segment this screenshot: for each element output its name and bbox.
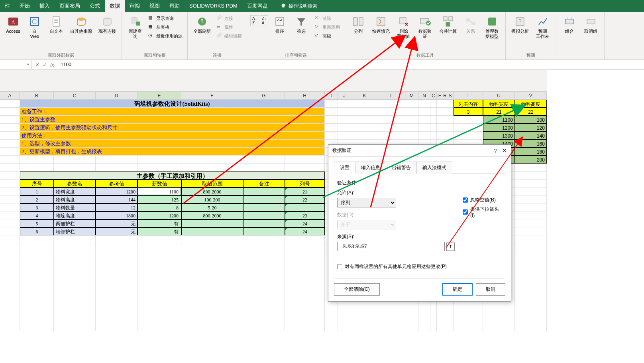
cell[interactable] — [243, 203, 285, 211]
cell[interactable] — [137, 275, 181, 283]
dropdown-enable-checkbox[interactable] — [463, 209, 468, 215]
col-header-c[interactable]: C — [54, 92, 96, 100]
cell[interactable] — [20, 275, 54, 283]
cell[interactable] — [181, 315, 243, 323]
cell[interactable] — [405, 307, 418, 315]
cell[interactable] — [181, 235, 243, 243]
col-header-f1[interactable]: F — [437, 92, 443, 100]
cell[interactable] — [0, 299, 20, 307]
tell-me-search[interactable]: 操作说明搜索 — [281, 3, 317, 10]
cell[interactable] — [137, 323, 181, 331]
cell[interactable] — [181, 227, 243, 235]
col-header-s[interactable]: S — [447, 92, 454, 100]
cell[interactable]: 取值范围 — [181, 180, 243, 187]
cell[interactable] — [0, 251, 20, 259]
cell[interactable]: 160 — [515, 140, 547, 148]
cell[interactable] — [137, 251, 181, 259]
cell[interactable] — [54, 307, 96, 315]
cell[interactable] — [0, 283, 20, 291]
cell[interactable] — [285, 251, 325, 259]
cell[interactable]: 125 — [137, 195, 181, 203]
col-header-n[interactable]: N — [418, 92, 430, 100]
cell[interactable] — [378, 323, 405, 331]
cell[interactable] — [20, 291, 54, 299]
cell[interactable] — [0, 148, 20, 156]
col-header-r[interactable]: R — [443, 92, 447, 100]
ribbon-btn-showqueries[interactable]: ▦显示查询 — [147, 14, 184, 22]
cell[interactable] — [54, 267, 96, 275]
cell[interactable] — [20, 307, 54, 315]
col-header-e[interactable]: E — [137, 92, 181, 100]
cell[interactable] — [20, 323, 54, 331]
cell[interactable] — [96, 243, 137, 251]
ribbon-btn-newquery[interactable]: 新建查 询 — [125, 14, 145, 52]
cell[interactable] — [243, 291, 285, 299]
cell[interactable] — [325, 116, 338, 124]
range-picker-icon[interactable]: ↥ — [446, 243, 455, 251]
cell[interactable] — [137, 156, 181, 164]
cell[interactable] — [20, 299, 54, 307]
menu-item-insert[interactable]: 插入 — [35, 0, 55, 12]
cell[interactable] — [285, 291, 325, 299]
ignore-blank-checkbox[interactable] — [463, 197, 468, 203]
cell[interactable] — [20, 267, 54, 275]
cell[interactable] — [430, 132, 437, 140]
cell[interactable] — [515, 267, 547, 275]
cell[interactable]: 120 — [515, 124, 547, 132]
cell[interactable] — [437, 100, 443, 108]
cell[interactable] — [443, 307, 447, 315]
cell[interactable] — [338, 315, 351, 323]
cell[interactable]: 两侧护栏 — [54, 219, 96, 227]
cell[interactable] — [54, 164, 96, 172]
cell[interactable] — [454, 307, 483, 315]
ribbon-btn-refreshall[interactable]: 全部刷新 — [191, 14, 213, 52]
ribbon-btn-recentsources[interactable]: ◷最近使用的源 — [147, 32, 184, 40]
cell[interactable] — [0, 235, 20, 243]
cell[interactable] — [325, 132, 338, 140]
ribbon-btn-properties[interactable]: ☰属性 — [215, 23, 243, 31]
dialog-close-button[interactable]: ✕ — [502, 147, 507, 154]
cell[interactable]: 144 — [96, 195, 137, 203]
cell[interactable] — [515, 227, 547, 235]
cell[interactable]: 3 — [454, 108, 483, 116]
ok-button[interactable]: 确定 — [442, 283, 473, 296]
cell[interactable] — [137, 235, 181, 243]
cell[interactable] — [378, 124, 405, 132]
cell[interactable] — [351, 315, 378, 323]
cell[interactable] — [515, 299, 547, 307]
cell[interactable] — [285, 299, 325, 307]
cell[interactable] — [515, 187, 547, 195]
cell[interactable] — [137, 259, 181, 267]
cell[interactable] — [243, 164, 285, 172]
cell[interactable] — [454, 315, 483, 323]
cell[interactable] — [515, 211, 547, 219]
allow-select[interactable]: 序列 — [337, 198, 396, 207]
cell[interactable] — [243, 187, 285, 195]
cell[interactable] — [378, 132, 405, 140]
cell[interactable]: 列表内容 — [454, 100, 483, 108]
cell[interactable] — [54, 323, 96, 331]
cell[interactable] — [437, 108, 443, 116]
cell[interactable]: 端部护栏 — [54, 227, 96, 235]
cell[interactable] — [351, 124, 378, 132]
cell[interactable] — [515, 307, 547, 315]
col-header-k[interactable]: K — [351, 92, 378, 100]
col-header-v[interactable]: V — [515, 92, 547, 100]
cell[interactable] — [137, 267, 181, 275]
ribbon-btn-filter[interactable]: 筛选 — [291, 14, 311, 52]
cell[interactable] — [243, 227, 285, 235]
cell[interactable]: 参考值 — [96, 180, 137, 187]
cell[interactable] — [181, 219, 243, 227]
cell[interactable] — [437, 132, 443, 140]
cell[interactable] — [483, 307, 515, 315]
cell[interactable] — [96, 307, 137, 315]
cell[interactable] — [96, 299, 137, 307]
menu-item-pagelayout[interactable]: 页面布局 — [55, 0, 85, 12]
cell[interactable]: 物料宽度 — [483, 100, 515, 108]
cell[interactable] — [0, 307, 20, 315]
cell[interactable] — [351, 116, 378, 124]
cell[interactable] — [96, 267, 137, 275]
cell[interactable] — [405, 323, 418, 331]
cell[interactable] — [418, 116, 430, 124]
cell[interactable] — [443, 315, 447, 323]
